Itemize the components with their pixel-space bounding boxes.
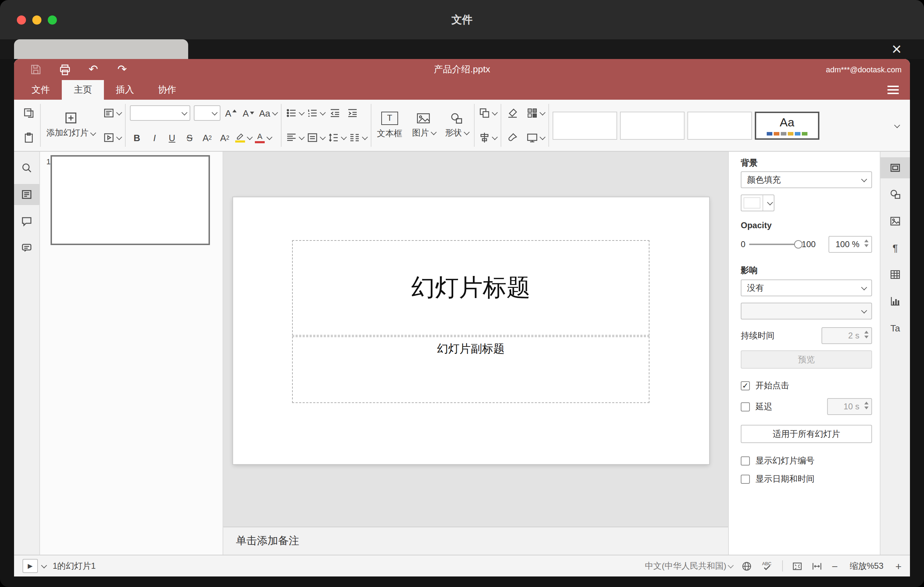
zoom-in-button[interactable]: +: [895, 560, 901, 572]
theme-option-2[interactable]: [620, 111, 685, 139]
align-shapes-button[interactable]: [479, 129, 497, 146]
slide-thumbnail[interactable]: [51, 155, 210, 245]
image-settings-icon[interactable]: [881, 211, 910, 232]
font-name-combo[interactable]: [130, 106, 190, 121]
copy-style-brush-icon[interactable]: [505, 129, 520, 146]
increase-font-button[interactable]: A: [224, 105, 238, 122]
change-case-button[interactable]: Aa: [259, 105, 277, 122]
chart-settings-icon[interactable]: [881, 291, 910, 312]
insert-shape-button[interactable]: 形状: [440, 102, 473, 148]
notes-area[interactable]: 单击添加备注: [223, 527, 728, 555]
shape-settings-icon[interactable]: [881, 184, 910, 205]
tab-collaboration[interactable]: 协作: [146, 80, 188, 100]
slide[interactable]: 幻灯片标题 幻灯片副标题: [233, 197, 709, 464]
title-placeholder[interactable]: 幻灯片标题: [292, 240, 650, 336]
show-slide-number-checkbox[interactable]: [741, 457, 750, 465]
close-icon[interactable]: ×: [886, 39, 907, 59]
slides-panel-icon[interactable]: [14, 184, 39, 205]
background-fill-select[interactable]: 颜色填充: [741, 171, 872, 188]
bold-button[interactable]: B: [130, 129, 144, 146]
theme-option-selected[interactable]: Aa: [755, 111, 819, 139]
paste-icon[interactable]: [22, 129, 36, 146]
tab-home[interactable]: 主页: [62, 80, 104, 100]
show-date-time-checkbox[interactable]: [741, 475, 750, 484]
print-icon[interactable]: [58, 63, 71, 76]
slide-size-button[interactable]: [526, 129, 544, 146]
superscript-button[interactable]: A2: [200, 129, 214, 146]
arrange-shapes-button[interactable]: [479, 105, 497, 122]
language-selector[interactable]: 中文(中华人民共和国): [645, 560, 733, 572]
font-color-button[interactable]: A: [255, 129, 271, 146]
color-scheme-button[interactable]: [526, 105, 544, 122]
italic-button[interactable]: I: [147, 129, 162, 146]
chevron-down-icon[interactable]: [41, 562, 47, 569]
redo-icon[interactable]: ↷: [116, 63, 129, 76]
globe-icon[interactable]: [742, 561, 752, 571]
underline-button[interactable]: U: [165, 129, 179, 146]
effect-type-select[interactable]: [741, 303, 872, 320]
font-size-combo[interactable]: [194, 106, 221, 121]
columns-button[interactable]: [349, 129, 366, 146]
tab-insert[interactable]: 插入: [104, 80, 146, 100]
undo-icon[interactable]: ↶: [87, 63, 100, 76]
insert-textbox-button[interactable]: T 文本框: [372, 102, 407, 148]
apply-to-all-slides-button[interactable]: 适用于所有幻灯片: [741, 425, 872, 443]
theme-gallery-more-button[interactable]: [888, 106, 903, 145]
insert-image-button[interactable]: 图片: [407, 102, 440, 148]
tab-file[interactable]: 文件: [20, 80, 62, 100]
highlight-color-button[interactable]: [235, 129, 251, 146]
slide-layout-button[interactable]: [103, 105, 121, 122]
textart-settings-icon[interactable]: Ta: [881, 317, 910, 338]
status-bar-right: 中文(中华人民共和国) ABC − 缩放%53 +: [645, 560, 901, 572]
opacity-slider[interactable]: [749, 244, 798, 245]
spinner-arrows-icon[interactable]: [864, 239, 868, 247]
paragraph-settings-icon[interactable]: ¶: [881, 237, 910, 258]
background-color-picker[interactable]: [741, 195, 774, 211]
opacity-input[interactable]: 100 %: [828, 236, 872, 253]
spellcheck-icon[interactable]: ABC: [761, 560, 774, 572]
decrease-font-button[interactable]: A: [241, 105, 256, 122]
bullets-button[interactable]: [286, 105, 303, 122]
hamburger-menu-icon[interactable]: [888, 80, 899, 100]
start-on-click-checkbox[interactable]: ✓: [741, 381, 750, 391]
theme-option-1[interactable]: [553, 111, 617, 139]
delay-input[interactable]: 10 s: [827, 398, 872, 415]
horizontal-align-button[interactable]: [286, 129, 303, 146]
effect-select[interactable]: 没有: [741, 279, 872, 296]
increase-indent-button[interactable]: [345, 105, 360, 122]
slide-settings-icon[interactable]: [881, 157, 910, 178]
delay-checkbox[interactable]: [741, 402, 750, 411]
spinner-arrows-icon[interactable]: [864, 331, 868, 338]
line-spacing-button[interactable]: [328, 129, 345, 146]
chevron-down-icon: [861, 284, 867, 290]
comments-icon[interactable]: [14, 211, 39, 232]
strikethrough-button[interactable]: S: [183, 129, 196, 146]
subscript-button[interactable]: A2: [218, 129, 232, 146]
start-slideshow-button[interactable]: [103, 129, 121, 146]
start-slideshow-status-icon[interactable]: ▶: [23, 559, 38, 573]
subtitle-placeholder[interactable]: 幻灯片副标题: [292, 336, 650, 403]
fit-width-icon[interactable]: [812, 561, 823, 571]
textbox-icon: T: [381, 111, 398, 125]
opacity-slider-knob[interactable]: [794, 240, 802, 249]
chevron-down-icon: [341, 134, 347, 140]
preview-button[interactable]: 预览: [741, 350, 872, 369]
chat-icon[interactable]: [14, 237, 39, 258]
table-settings-icon[interactable]: [881, 264, 910, 285]
copy-icon[interactable]: [22, 105, 36, 122]
clear-style-eraser-icon[interactable]: [505, 105, 520, 122]
chevron-down-icon: [320, 110, 326, 115]
chevron-down-icon: [861, 308, 867, 313]
vertical-align-button[interactable]: [307, 129, 324, 146]
spinner-arrows-icon[interactable]: [864, 402, 868, 409]
fit-slide-icon[interactable]: [792, 561, 803, 571]
decrease-indent-button[interactable]: [328, 105, 342, 122]
duration-input[interactable]: 2 s: [822, 327, 872, 344]
zoom-out-button[interactable]: −: [832, 560, 838, 572]
add-slide-button[interactable]: 添加幻灯片: [41, 102, 100, 148]
user-email: adm***@dootask.com: [826, 65, 910, 74]
numbering-button[interactable]: [307, 105, 324, 122]
save-icon[interactable]: [30, 63, 42, 76]
search-icon[interactable]: [14, 157, 39, 178]
theme-option-3[interactable]: [687, 111, 752, 139]
